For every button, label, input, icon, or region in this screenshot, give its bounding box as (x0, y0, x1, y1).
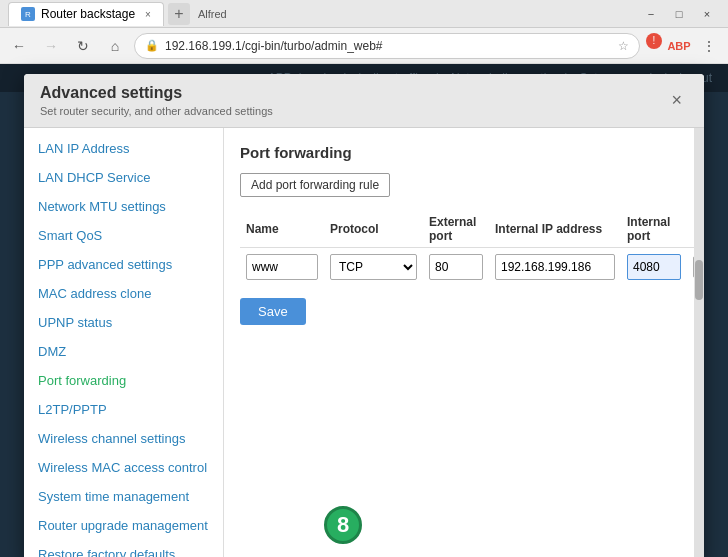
col-protocol: Protocol (324, 211, 423, 248)
nav-system-time[interactable]: System time management (24, 482, 223, 511)
minimize-button[interactable]: − (638, 5, 664, 23)
security-indicator: ! (646, 33, 662, 49)
tab-label: Router backstage (41, 7, 135, 21)
nav-wireless-mac[interactable]: Wireless MAC access control (24, 453, 223, 482)
close-window-button[interactable]: × (694, 5, 720, 23)
nav-mac-address-clone[interactable]: MAC address clone (24, 279, 223, 308)
reload-button[interactable]: ↻ (70, 33, 96, 59)
browser-actions: ! ABP ⋮ (646, 33, 722, 59)
menu-button[interactable]: ⋮ (696, 33, 722, 59)
modal-overlay: Advanced settings Set router security, a… (0, 64, 728, 557)
maximize-button[interactable]: □ (666, 5, 692, 23)
add-port-forwarding-button[interactable]: Add port forwarding rule (240, 173, 390, 197)
nav-lan-ip[interactable]: LAN IP Address (24, 134, 223, 163)
nav-dmz[interactable]: DMZ (24, 337, 223, 366)
row-internal-ip-input[interactable] (495, 254, 615, 280)
nav-mtu-settings[interactable]: Network MTU settings (24, 192, 223, 221)
modal-title: Advanced settings (40, 84, 273, 102)
ABP-button[interactable]: ABP (666, 33, 692, 59)
section-title: Port forwarding (240, 144, 688, 161)
bookmark-icon[interactable]: ☆ (618, 39, 629, 53)
modal-header-text: Advanced settings Set router security, a… (40, 84, 273, 117)
row-protocol-cell: TCP UDP TCP+UDP (324, 248, 423, 287)
browser-chrome: R Router backstage × + Alfred − □ × ← → … (0, 0, 728, 64)
left-nav: LAN IP Address LAN DHCP Service Network … (24, 128, 224, 557)
new-tab-button[interactable]: + (168, 3, 190, 25)
nav-upnp-status[interactable]: UPNP status (24, 308, 223, 337)
modal-close-button[interactable]: × (665, 88, 688, 113)
row-internal-ip-cell (489, 248, 621, 287)
row-protocol-select[interactable]: TCP UDP TCP+UDP (330, 254, 417, 280)
nav-smart-qos[interactable]: Smart QoS (24, 221, 223, 250)
address-bar-row: ← → ↻ ⌂ 🔒 192.168.199.1/cgi-bin/turbo/ad… (0, 28, 728, 64)
row-internal-port-input[interactable] (627, 254, 681, 280)
tab-close-button[interactable]: × (145, 9, 151, 20)
lock-icon: 🔒 (145, 39, 159, 52)
row-internal-port-cell (621, 248, 687, 287)
col-internal-ip: Internal IP address (489, 211, 621, 248)
col-external-port: External port (423, 211, 489, 248)
modal-body: LAN IP Address LAN DHCP Service Network … (24, 128, 704, 557)
nav-port-forwarding[interactable]: Port forwarding (24, 366, 223, 395)
user-label: Alfred (198, 8, 227, 20)
nav-ppp-advanced[interactable]: PPP advanced settings (24, 250, 223, 279)
row-name-cell (240, 248, 324, 287)
row-external-port-input[interactable] (429, 254, 483, 280)
address-bar[interactable]: 🔒 192.168.199.1/cgi-bin/turbo/admin_web#… (134, 33, 640, 59)
modal-header: Advanced settings Set router security, a… (24, 74, 704, 128)
advanced-settings-modal: Advanced settings Set router security, a… (24, 74, 704, 557)
step-badge: 8 (324, 506, 362, 544)
nav-l2tp-pptp[interactable]: L2TP/PPTP (24, 395, 223, 424)
back-button[interactable]: ← (6, 33, 32, 59)
scrollbar[interactable] (694, 128, 704, 557)
nav-router-upgrade[interactable]: Router upgrade management (24, 511, 223, 540)
nav-restore-factory[interactable]: Restore factory defaults (24, 540, 223, 557)
col-name: Name (240, 211, 324, 248)
url-text: 192.168.199.1/cgi-bin/turbo/admin_web# (165, 39, 612, 53)
active-tab[interactable]: R Router backstage × (8, 2, 164, 26)
nav-wireless-channel[interactable]: Wireless channel settings (24, 424, 223, 453)
col-internal-port: Internal port (621, 211, 687, 248)
window-controls: − □ × (638, 5, 720, 23)
table-body: TCP UDP TCP+UDP (240, 248, 704, 287)
tab-favicon: R (21, 7, 35, 21)
save-button[interactable]: Save (240, 298, 306, 325)
row-external-port-cell (423, 248, 489, 287)
port-forwarding-table: Name Protocol External port Internal IP … (240, 211, 704, 286)
row-name-input[interactable] (246, 254, 318, 280)
table-header: Name Protocol External port Internal IP … (240, 211, 704, 248)
router-background: APP download | live traffic | Network di… (0, 64, 728, 557)
title-bar: R Router backstage × + Alfred − □ × (0, 0, 728, 28)
right-content: Port forwarding Add port forwarding rule… (224, 128, 704, 557)
forward-button[interactable]: → (38, 33, 64, 59)
table-row: TCP UDP TCP+UDP (240, 248, 704, 287)
nav-dhcp-service[interactable]: LAN DHCP Service (24, 163, 223, 192)
home-button[interactable]: ⌂ (102, 33, 128, 59)
scrollbar-thumb[interactable] (695, 260, 703, 300)
modal-subtitle: Set router security, and other advanced … (40, 105, 273, 117)
